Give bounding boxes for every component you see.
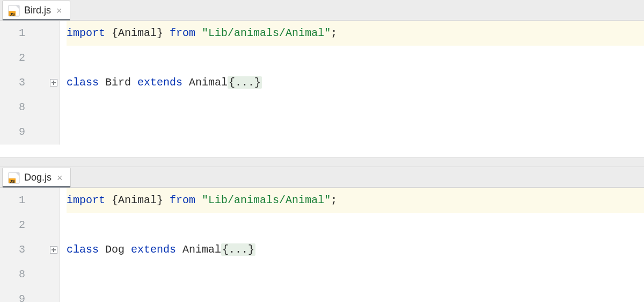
code-line[interactable]: import {Animal} from "Lib/animals/Animal…	[67, 21, 644, 46]
code-token: Animal	[118, 27, 157, 39]
code-token: ;	[331, 194, 337, 206]
close-icon[interactable]: ×	[56, 6, 62, 16]
code-token: extends	[131, 243, 182, 256]
line-number: 1	[0, 21, 60, 46]
code-token: "Lib/animals/Animal"	[202, 27, 331, 39]
code-area[interactable]: import {Animal} from "Lib/animals/Animal…	[60, 21, 644, 145]
pane-divider	[0, 145, 644, 157]
line-number: 9	[0, 287, 60, 302]
code-token: from	[170, 27, 202, 39]
code-token: Bird	[105, 76, 137, 89]
js-file-icon: JS	[8, 172, 20, 184]
code-line[interactable]	[67, 262, 644, 287]
gutter: 12389	[0, 188, 60, 302]
line-number: 8	[0, 95, 60, 120]
code-token: {...}	[228, 76, 262, 89]
fold-expand-icon[interactable]	[50, 246, 57, 254]
code-token: Dog	[105, 243, 131, 256]
code-line[interactable]	[67, 213, 644, 238]
code-editor[interactable]: 12389 import {Animal} from "Lib/animals/…	[0, 20, 644, 145]
code-token: "Lib/animals/Animal"	[202, 194, 331, 206]
pane-gap	[0, 157, 644, 167]
tab-filename: Bird.js	[24, 5, 51, 16]
code-token	[163, 194, 170, 206]
code-token: {	[112, 194, 118, 206]
svg-text:JS: JS	[10, 178, 15, 183]
gutter: 12389	[0, 21, 60, 145]
code-token: class	[67, 76, 105, 89]
line-number: 8	[0, 262, 60, 287]
tab-bar: JS Bird.js ×	[0, 0, 644, 20]
code-token	[163, 27, 170, 39]
code-line[interactable]: import {Animal} from "Lib/animals/Animal…	[67, 188, 644, 213]
code-token: Animal	[182, 243, 221, 256]
code-token: }	[157, 27, 163, 39]
editor-pane: JS Dog.js × 12389 import {Animal} from "…	[0, 167, 644, 302]
code-token: extends	[137, 76, 189, 89]
line-number: 1	[0, 188, 60, 213]
line-number: 3	[0, 70, 60, 95]
code-line[interactable]	[67, 120, 644, 145]
code-token: from	[170, 194, 202, 206]
fold-expand-icon[interactable]	[50, 79, 57, 87]
line-number: 3	[0, 238, 60, 262]
code-editor[interactable]: 12389 import {Animal} from "Lib/animals/…	[0, 188, 644, 302]
code-line[interactable]	[67, 287, 644, 302]
code-token: class	[67, 243, 105, 256]
js-file-icon: JS	[8, 5, 20, 17]
line-number: 9	[0, 120, 60, 145]
tab-bar: JS Dog.js ×	[0, 167, 644, 188]
code-area[interactable]: import {Animal} from "Lib/animals/Animal…	[60, 188, 644, 302]
code-token: {	[112, 27, 118, 39]
code-token: import	[67, 194, 112, 206]
code-token: Animal	[189, 76, 228, 89]
code-token: ;	[331, 27, 337, 39]
close-icon[interactable]: ×	[57, 173, 63, 183]
tab-filename: Dog.js	[24, 172, 52, 183]
code-token: Animal	[118, 194, 157, 206]
code-token: {...}	[221, 243, 255, 256]
code-line[interactable]	[67, 46, 644, 70]
line-number: 2	[0, 213, 60, 238]
code-token: import	[67, 27, 112, 39]
svg-text:JS: JS	[10, 11, 15, 16]
code-token: }	[157, 194, 163, 206]
file-tab[interactable]: JS Bird.js ×	[2, 1, 70, 20]
code-line[interactable]: class Dog extends Animal{...}	[67, 238, 644, 262]
code-line[interactable]	[67, 95, 644, 120]
line-number: 2	[0, 46, 60, 70]
file-tab[interactable]: JS Dog.js ×	[2, 168, 71, 187]
code-line[interactable]: class Bird extends Animal{...}	[67, 70, 644, 95]
editor-pane: JS Bird.js × 12389 import {Animal} from …	[0, 0, 644, 145]
